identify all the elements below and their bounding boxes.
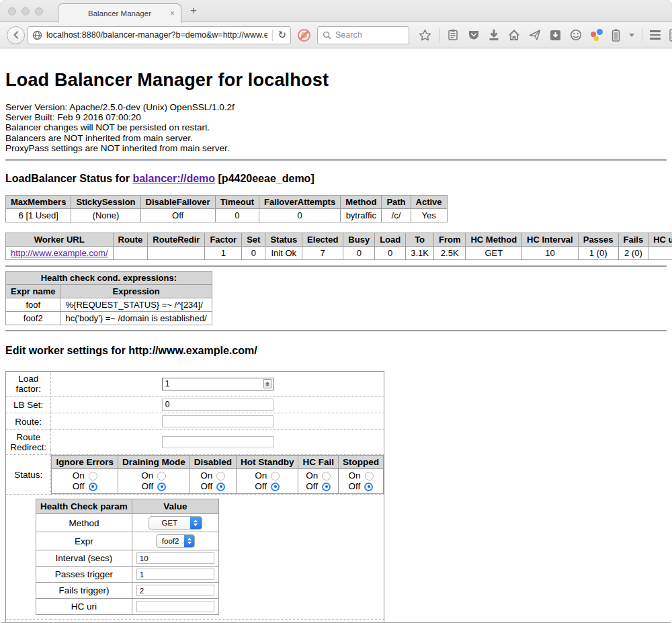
back-button[interactable] xyxy=(7,26,25,44)
passes-trigger-input[interactable] xyxy=(136,569,214,580)
hc-header-row: Health Check param Value xyxy=(36,499,219,514)
cell-routeredir xyxy=(148,247,205,260)
draining-mode-radios: On Off xyxy=(118,469,190,494)
cell-active: Yes xyxy=(411,209,447,222)
radio-disabled-off[interactable] xyxy=(216,483,225,491)
on-label: On xyxy=(348,470,360,481)
health-check-table: Health Check param Value Method GET xyxy=(36,499,219,615)
column-header: Fails xyxy=(618,233,648,247)
interval-input[interactable] xyxy=(136,552,214,564)
new-tab-button[interactable]: + xyxy=(190,4,197,17)
cell-set: 0 xyxy=(242,247,265,260)
form-row-submit: Submit xyxy=(6,620,384,622)
balancer-demo-link[interactable]: balancer://demo xyxy=(132,173,215,184)
column-header: HC Fail xyxy=(298,456,339,469)
off-label: Off xyxy=(349,481,361,492)
form-row: Route: xyxy=(6,413,384,430)
zoom-window-button[interactable] xyxy=(35,7,43,15)
worker-settings-form: Load factor: 1 LB Set: Route: Route Redi… xyxy=(5,371,384,622)
method-select[interactable]: GET xyxy=(149,516,202,530)
search-icon xyxy=(323,31,331,40)
page-content: Load Balancer Manager for localhost Serv… xyxy=(0,48,672,622)
radio-hc-fail-on[interactable] xyxy=(322,472,331,481)
hc-row: Interval (secs) xyxy=(36,550,219,567)
on-label: On xyxy=(200,470,212,481)
worker-url-link[interactable]: http://www.example.com/ xyxy=(11,248,108,258)
cell-status: Init Ok xyxy=(265,247,302,260)
balancer-status-table: MaxMembers StickySession DisableFailover… xyxy=(5,195,448,222)
column-header: Route xyxy=(113,233,148,247)
url-text[interactable]: localhost:8880/balancer-manager?b=demo&w… xyxy=(46,30,267,40)
reading-list-icon[interactable] xyxy=(447,29,459,41)
radio-draining-mode-on[interactable] xyxy=(157,472,166,481)
cell-timeout: 0 xyxy=(215,209,259,222)
column-header: Draining Mode xyxy=(118,456,190,469)
search-bar[interactable]: Search xyxy=(317,26,409,44)
radio-hot-standby-on[interactable] xyxy=(271,472,280,481)
number-stepper-icon[interactable] xyxy=(263,379,271,388)
radio-disabled-on[interactable] xyxy=(216,472,225,481)
cell-factor: 1 xyxy=(205,247,242,260)
back-arrow-icon xyxy=(11,30,21,40)
passes-trigger-label: Passes trigger xyxy=(36,567,132,583)
content-blocked-icon[interactable] xyxy=(298,29,310,42)
off-label: Off xyxy=(255,481,267,492)
hc-row: Passes trigger xyxy=(36,567,219,583)
radio-stopped-off[interactable] xyxy=(364,483,373,491)
extension-download-icon[interactable] xyxy=(550,30,561,41)
column-header: MaxMembers xyxy=(6,196,71,209)
minimize-window-button[interactable] xyxy=(22,7,30,15)
radio-draining-mode-off[interactable] xyxy=(157,483,166,491)
url-bar[interactable]: localhost:8880/balancer-manager?b=demo&w… xyxy=(28,26,291,44)
overflow-caret-icon[interactable] xyxy=(629,34,634,37)
reload-icon[interactable]: ↻ xyxy=(278,30,286,40)
cell-load: 0 xyxy=(375,247,406,260)
radio-ignore-errors-off[interactable] xyxy=(89,483,97,491)
menu-hamburger-icon[interactable] xyxy=(650,30,661,40)
column-header: Hot Standby xyxy=(236,456,298,469)
radio-hc-fail-off[interactable] xyxy=(322,483,331,491)
off-label: Off xyxy=(73,481,85,492)
radio-stopped-on[interactable] xyxy=(365,472,374,481)
route-redirect-input[interactable] xyxy=(162,436,274,448)
form-row-status: Status: Ignore Errors Draining Mode Disa… xyxy=(6,455,384,495)
cell-expr-name: foof2 xyxy=(6,312,60,325)
site-identity-globe-icon[interactable] xyxy=(32,30,42,40)
toolbar-divider xyxy=(642,28,642,42)
expr-select[interactable]: foof2 xyxy=(156,534,195,548)
on-label: On xyxy=(306,470,318,481)
load-factor-input[interactable]: 1 xyxy=(162,378,274,390)
lb-set-input[interactable] xyxy=(162,399,274,411)
toolbar-buttons xyxy=(419,28,672,42)
radio-hot-standby-off[interactable] xyxy=(271,483,280,491)
pocket-icon[interactable] xyxy=(468,29,480,41)
column-header: Expression xyxy=(60,285,212,298)
route-input[interactable] xyxy=(162,415,274,427)
fails-trigger-input[interactable] xyxy=(136,585,214,596)
cell-busy: 0 xyxy=(343,247,375,260)
hc-uri-label: HC uri xyxy=(36,599,132,615)
colored-dots-extension-icon[interactable] xyxy=(591,29,603,41)
column-header: Health Check param xyxy=(36,499,132,514)
home-icon[interactable] xyxy=(508,29,520,41)
close-window-button[interactable] xyxy=(8,7,16,15)
hot-standby-radios: On Off xyxy=(236,469,298,494)
browser-tab[interactable]: Balancer Manager × xyxy=(58,3,181,23)
column-header: Expr name xyxy=(6,285,60,298)
feedback-smiley-icon[interactable] xyxy=(570,29,582,41)
bookmark-star-icon[interactable] xyxy=(419,29,431,42)
battery-extension-icon[interactable] xyxy=(612,29,620,42)
tiles-grid-icon[interactable] xyxy=(669,29,672,42)
radio-ignore-errors-on[interactable] xyxy=(89,472,97,481)
send-icon[interactable] xyxy=(529,29,541,41)
cell-route xyxy=(113,247,148,260)
column-header: From xyxy=(433,233,466,247)
column-header: Value xyxy=(132,499,218,514)
download-icon[interactable] xyxy=(489,29,499,41)
column-header: Passes xyxy=(578,233,618,247)
cell-fails: 2 (0) xyxy=(618,247,648,260)
divider-rule xyxy=(5,159,667,161)
hc-uri-input[interactable] xyxy=(136,601,214,612)
column-header: Worker URL xyxy=(6,233,114,247)
tab-close-icon[interactable]: × xyxy=(170,9,175,18)
